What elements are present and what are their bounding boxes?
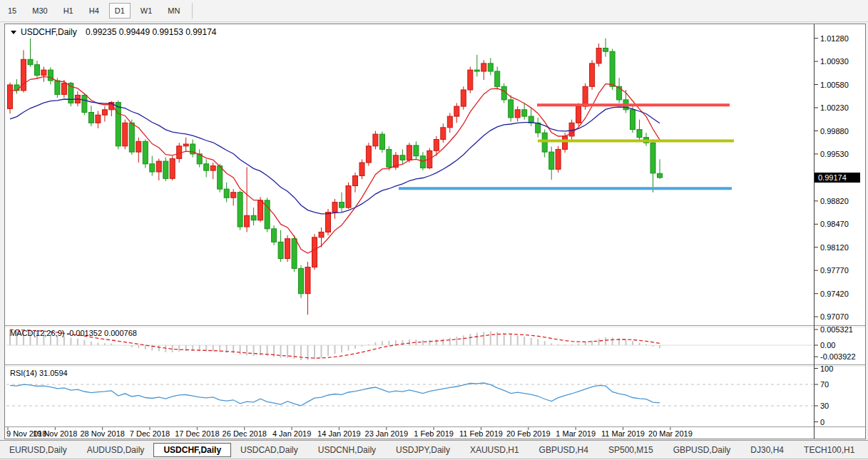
candle — [488, 63, 493, 71]
candle — [542, 133, 547, 152]
candle — [407, 145, 412, 160]
candle — [379, 134, 384, 149]
rsi-axis-label: 70 — [820, 380, 829, 389]
timeframe-button-d1[interactable]: D1 — [109, 3, 131, 19]
candle — [218, 166, 223, 190]
candle — [305, 267, 310, 294]
candle — [468, 70, 473, 90]
candle — [272, 229, 277, 242]
candle — [8, 85, 13, 108]
candle — [447, 116, 452, 128]
tab-gbpusd-daily[interactable]: GBPUSD,Daily — [664, 443, 740, 457]
price-axis-label: 0.99530 — [820, 150, 849, 158]
chart-title: USDCHF,Daily 0.99235 0.99449 0.99153 0.9… — [11, 27, 217, 37]
candle — [150, 164, 155, 172]
time-axis[interactable]: 9 Nov 201819 Nov 201828 Nov 20187 Dec 20… — [6, 427, 693, 438]
price-axis-label: 0.99880 — [820, 127, 849, 136]
price-axis-label: 0.97420 — [820, 290, 849, 298]
time-axis-label: 17 Dec 2018 — [175, 429, 219, 438]
tab-gbpusd-h4[interactable]: GBPUSD,H4 — [530, 443, 598, 457]
tab-usdjpy-daily[interactable]: USDJPY,Daily — [387, 443, 459, 457]
candle — [88, 113, 93, 123]
candle — [224, 189, 229, 198]
candle — [366, 146, 371, 163]
macd-axis-label: -0.003922 — [820, 352, 856, 361]
candle — [630, 110, 635, 130]
time-axis-label: 28 Nov 2018 — [81, 429, 125, 438]
rsi-panel — [6, 383, 813, 406]
candle — [278, 242, 283, 258]
candle — [420, 156, 425, 168]
tab-ui[interactable]: UI — [865, 443, 868, 457]
candle — [96, 115, 101, 123]
candle — [299, 268, 304, 293]
candle — [515, 110, 520, 118]
candle — [610, 51, 615, 86]
rsi-axis-label: 30 — [820, 402, 829, 410]
tab-xauusd-h1[interactable]: XAUUSD,H1 — [461, 443, 529, 457]
candle — [590, 63, 595, 86]
candle — [509, 100, 514, 118]
candle — [35, 65, 40, 76]
candle — [136, 141, 141, 152]
macd-axis-label: 0.00 — [820, 341, 835, 349]
tab-eurusd-daily[interactable]: EURUSD,Daily — [0, 443, 76, 457]
price-axis-label: 0.97070 — [820, 312, 849, 321]
tab-sp500-m15[interactable]: SP500,M15 — [599, 443, 663, 457]
price-axis-label: 0.98470 — [820, 220, 849, 228]
time-axis-label: 1 Mar 2019 — [556, 429, 596, 438]
candle — [441, 128, 446, 140]
timeframe-button-h1[interactable]: H1 — [58, 3, 79, 19]
price-axis-label: 1.00580 — [820, 81, 849, 89]
timeframe-button-h4[interactable]: H4 — [83, 3, 105, 19]
time-axis-label: 20 Feb 2019 — [506, 429, 551, 438]
candle — [373, 134, 378, 146]
chart-title-symbol: USDCHF,Daily — [21, 27, 77, 37]
rsi-axis-label: 0 — [820, 418, 824, 426]
candle — [481, 63, 486, 71]
candle — [210, 166, 215, 171]
toolbar-separator — [192, 3, 193, 19]
macd-axis-label: 0.005321 — [820, 325, 853, 334]
candle — [82, 95, 87, 112]
candle — [28, 59, 33, 64]
candle — [251, 215, 256, 220]
timeframe-button-m30[interactable]: M30 — [26, 3, 53, 19]
price-axis[interactable]: 1.012801.009301.005801.002300.998800.995… — [815, 34, 856, 426]
time-axis-label: 11 Mar 2019 — [601, 429, 645, 438]
tab-usdcnh-daily[interactable]: USDCNH,Daily — [309, 443, 385, 457]
tab-usdcad-daily[interactable]: USDCAD,Daily — [231, 443, 307, 457]
timeframe-button-w1[interactable]: W1 — [135, 3, 158, 19]
one-click-trading-icon[interactable] — [11, 31, 16, 34]
candle — [563, 136, 568, 150]
price-axis-label: 0.98820 — [820, 197, 849, 205]
candle — [617, 86, 622, 100]
tab-usdchf-daily[interactable]: USDCHF,Daily — [153, 443, 231, 457]
candle — [156, 161, 161, 172]
candle — [143, 141, 148, 164]
candle — [102, 110, 107, 115]
chart-title-ohlc: 0.99235 0.99449 0.99153 0.99174 — [86, 27, 217, 37]
candle — [454, 106, 459, 116]
candle — [522, 110, 527, 116]
tab-audusd-daily[interactable]: AUDUSD,Daily — [78, 443, 154, 457]
tab-dj30-h4[interactable]: DJ30,H4 — [741, 443, 793, 457]
candle — [170, 158, 175, 178]
candle — [312, 237, 317, 267]
candle — [353, 176, 358, 186]
timeframe-button-15[interactable]: 15 — [2, 3, 22, 19]
time-axis-label: 1 Feb 2019 — [414, 429, 454, 438]
candle — [332, 203, 337, 213]
candle — [48, 70, 53, 81]
candle — [576, 106, 581, 123]
candle — [339, 203, 344, 208]
time-axis-label: 11 Feb 2019 — [459, 429, 503, 438]
rsi-indicator-label: RSI(14) 31.0594 — [10, 369, 68, 377]
price-axis-label: 1.00930 — [820, 57, 849, 66]
candle — [231, 193, 236, 198]
candle — [163, 161, 168, 178]
tab-tech100-h1[interactable]: TECH100,H1 — [795, 443, 864, 457]
timeframe-button-mn[interactable]: MN — [162, 3, 185, 19]
rsi-axis-label: 100 — [820, 364, 833, 373]
candle — [658, 173, 663, 178]
